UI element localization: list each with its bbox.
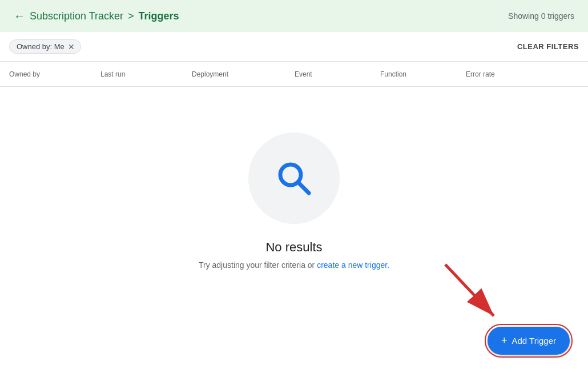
- create-trigger-link[interactable]: create a new trigger.: [317, 260, 389, 270]
- clear-filters-button[interactable]: CLEAR FILTERS: [517, 42, 579, 51]
- filter-chips: Owned by: Me ✕: [9, 39, 81, 54]
- search-icon-circle: [248, 133, 340, 224]
- back-arrow-icon[interactable]: ←: [14, 10, 25, 23]
- breadcrumb: ← Subscription Tracker > Triggers: [14, 10, 179, 23]
- showing-count: Showing 0 triggers: [508, 11, 574, 21]
- search-icon: [271, 155, 317, 201]
- col-function: Function: [380, 70, 466, 78]
- svg-line-1: [298, 182, 309, 193]
- no-results-subtitle: Try adjusting your filter criteria or cr…: [199, 260, 389, 270]
- chip-label: Owned by: Me: [17, 42, 65, 51]
- add-trigger-label: Add Trigger: [512, 336, 556, 346]
- add-trigger-button[interactable]: + Add Trigger: [488, 327, 570, 355]
- filter-bar: Owned by: Me ✕ CLEAR FILTERS: [0, 32, 588, 62]
- table-header: Owned by Last run Deployment Event Funct…: [0, 62, 588, 87]
- chip-close-icon[interactable]: ✕: [68, 43, 75, 51]
- owned-by-me-chip[interactable]: Owned by: Me ✕: [9, 39, 81, 54]
- breadcrumb-chevron-icon: >: [128, 10, 134, 22]
- col-error-rate: Error rate: [466, 70, 579, 78]
- col-last-run: Last run: [100, 70, 192, 78]
- empty-state: No results Try adjusting your filter cri…: [0, 87, 588, 270]
- col-owned-by: Owned by: [9, 70, 100, 78]
- svg-line-3: [445, 264, 494, 316]
- plus-icon: +: [501, 335, 508, 347]
- parent-link[interactable]: Subscription Tracker: [30, 10, 123, 22]
- top-bar: ← Subscription Tracker > Triggers Showin…: [0, 0, 588, 32]
- col-deployment: Deployment: [192, 70, 295, 78]
- col-event: Event: [295, 70, 380, 78]
- no-results-title: No results: [265, 240, 322, 255]
- page-title: Triggers: [139, 10, 179, 22]
